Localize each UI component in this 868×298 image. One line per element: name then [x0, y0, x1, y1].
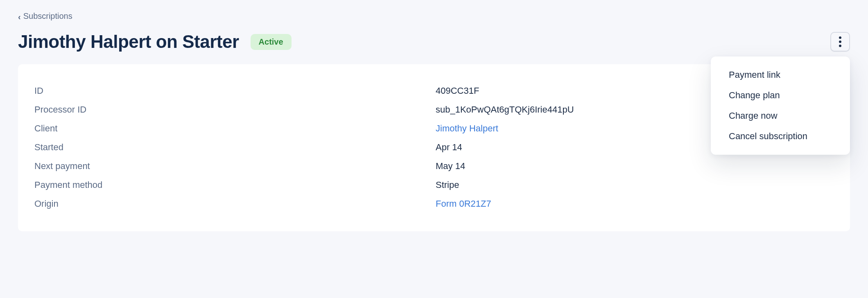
detail-value-id: 409CC31F — [436, 86, 479, 96]
svg-point-2 — [839, 45, 841, 47]
detail-row-origin: Origin Form 0R21Z7 — [34, 194, 834, 213]
menu-item-cancel-subscription[interactable]: Cancel subscription — [711, 126, 850, 147]
title-wrap: Jimothy Halpert on Starter Active — [18, 32, 292, 52]
detail-label: Origin — [34, 199, 436, 209]
detail-value-client-link[interactable]: Jimothy Halpert — [436, 123, 498, 134]
chevron-left-icon: ‹ — [18, 13, 21, 21]
status-badge: Active — [251, 34, 292, 50]
more-menu-area: Payment link Change plan Charge now Canc… — [830, 32, 850, 52]
page-title: Jimothy Halpert on Starter — [18, 32, 239, 52]
menu-item-change-plan[interactable]: Change plan — [711, 85, 850, 106]
breadcrumb-label: Subscriptions — [23, 11, 72, 21]
detail-value-payment-method: Stripe — [436, 180, 459, 190]
detail-row-payment-method: Payment method Stripe — [34, 176, 834, 194]
more-vertical-icon — [839, 36, 841, 47]
detail-value-origin-link[interactable]: Form 0R21Z7 — [436, 199, 491, 209]
more-dropdown: Payment link Change plan Charge now Canc… — [711, 56, 850, 155]
detail-label: Processor ID — [34, 104, 436, 115]
svg-point-1 — [839, 41, 841, 43]
detail-row-next-payment: Next payment May 14 — [34, 157, 834, 176]
menu-item-payment-link[interactable]: Payment link — [711, 65, 850, 85]
page-header: Jimothy Halpert on Starter Active Paymen… — [18, 32, 850, 52]
detail-label: ID — [34, 86, 436, 96]
detail-label: Client — [34, 123, 436, 134]
detail-value-started: Apr 14 — [436, 142, 462, 153]
detail-value-processor-id: sub_1KoPwQAt6gTQKj6Irie441pU — [436, 104, 574, 115]
detail-label: Payment method — [34, 180, 436, 190]
more-button[interactable] — [830, 32, 850, 52]
svg-point-0 — [839, 36, 841, 39]
detail-value-next-payment: May 14 — [436, 161, 465, 172]
menu-item-charge-now[interactable]: Charge now — [711, 106, 850, 126]
breadcrumb[interactable]: ‹ Subscriptions — [18, 11, 72, 21]
detail-label: Started — [34, 142, 436, 153]
detail-label: Next payment — [34, 161, 436, 172]
